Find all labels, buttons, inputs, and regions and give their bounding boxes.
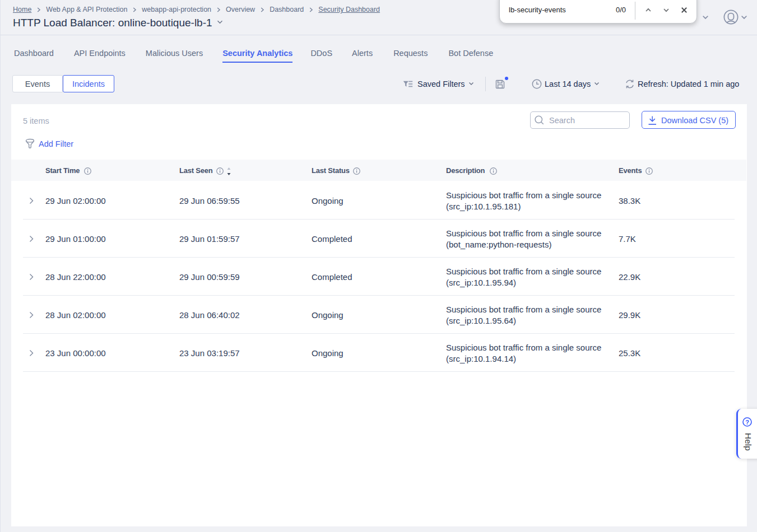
- svg-text:?: ?: [745, 419, 749, 426]
